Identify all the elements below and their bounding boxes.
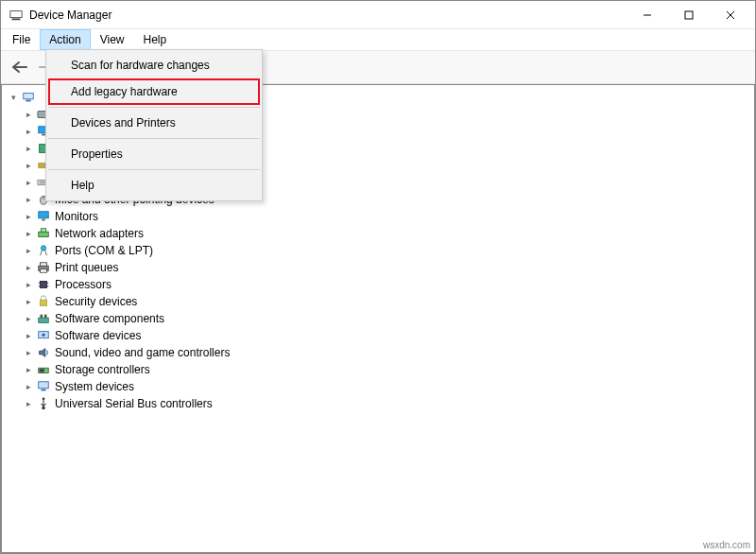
tree-node[interactable]: ▸Sound, video and game controllers [4, 344, 752, 361]
sound-icon [36, 345, 51, 360]
svg-point-44 [43, 397, 45, 400]
svg-rect-7 [26, 100, 30, 102]
svg-point-38 [42, 333, 45, 337]
chevron-right-icon: ▸ [23, 194, 34, 205]
tree-node[interactable]: ▸Ports (COM & LPT) [4, 242, 752, 259]
menubar: File Action View Help [1, 29, 755, 50]
svg-rect-20 [39, 212, 49, 218]
chevron-right-icon: ▸ [23, 211, 34, 222]
tree-node-label: Software devices [55, 329, 141, 342]
chevron-right-icon: ▸ [23, 296, 34, 307]
menu-help-item[interactable]: Help [48, 172, 260, 199]
chevron-right-icon: ▸ [23, 381, 34, 392]
security-icon [36, 294, 51, 309]
monitor-icon [36, 209, 51, 224]
chevron-right-icon: ▸ [23, 143, 34, 154]
chevron-right-icon: ▸ [23, 364, 34, 375]
svg-rect-6 [24, 94, 34, 99]
tree-node-label: Security devices [55, 295, 137, 308]
component-icon [36, 311, 51, 326]
svg-rect-1 [12, 18, 21, 20]
tree-node-label: Processors [55, 278, 112, 291]
tree-node-label: Ports (COM & LPT) [55, 244, 153, 257]
tree-node[interactable]: ▸Network adapters [4, 225, 752, 242]
menu-devices-printers[interactable]: Devices and Printers [48, 110, 260, 136]
tree-node-label: Monitors [55, 210, 98, 223]
system-icon [36, 379, 51, 394]
usb-icon [36, 396, 51, 411]
menu-scan-hardware[interactable]: Scan for hardware changes [48, 52, 260, 78]
computer-icon [21, 90, 36, 105]
svg-rect-22 [39, 232, 49, 236]
tree-node[interactable]: ▸Storage controllers [4, 361, 752, 378]
menu-view[interactable]: View [91, 29, 134, 50]
chevron-right-icon: ▸ [23, 177, 34, 188]
app-icon [9, 8, 24, 23]
svg-rect-26 [41, 263, 47, 267]
svg-rect-42 [41, 390, 45, 391]
tree-node[interactable]: ▸Software devices [4, 327, 752, 344]
chevron-right-icon: ▸ [23, 398, 34, 409]
tree-node[interactable]: ▸Software components [4, 310, 752, 327]
tree-node[interactable]: ▸Monitors [4, 208, 752, 225]
chevron-right-icon: ▸ [23, 228, 34, 239]
menu-separator [48, 169, 260, 170]
tree-node[interactable]: ▸Print queues [4, 259, 752, 276]
action-dropdown: Scan for hardware changes Add legacy har… [45, 49, 263, 201]
chevron-right-icon: ▸ [23, 109, 34, 120]
maximize-button[interactable] [668, 2, 710, 28]
tree-node-label: Network adapters [55, 227, 144, 240]
menu-separator [48, 107, 260, 108]
chevron-down-icon: ▾ [8, 92, 19, 103]
cpu-icon [36, 277, 51, 292]
back-button[interactable] [7, 54, 33, 80]
storage-icon [36, 362, 51, 377]
svg-rect-3 [685, 11, 693, 19]
svg-rect-27 [41, 269, 47, 273]
chevron-right-icon: ▸ [23, 262, 34, 273]
chevron-right-icon: ▸ [23, 313, 34, 324]
svg-point-24 [41, 246, 45, 251]
svg-rect-34 [39, 318, 49, 322]
svg-rect-21 [42, 219, 45, 221]
minimize-button[interactable] [627, 2, 668, 28]
svg-rect-41 [39, 382, 49, 389]
svg-rect-33 [41, 300, 47, 305]
port-icon [36, 243, 51, 258]
swdevice-icon [36, 328, 51, 343]
printer-icon [36, 260, 51, 275]
network-icon [36, 226, 51, 241]
tree-node-label: Software components [55, 312, 164, 325]
tree-node[interactable]: ▸System devices [4, 378, 752, 395]
tree-node[interactable]: ▸Universal Serial Bus controllers [4, 395, 752, 412]
chevron-right-icon: ▸ [23, 245, 34, 256]
svg-rect-23 [41, 229, 45, 233]
chevron-right-icon: ▸ [23, 126, 34, 137]
svg-rect-28 [41, 282, 47, 288]
tree-node[interactable]: ▸Processors [4, 276, 752, 293]
menu-properties[interactable]: Properties [48, 141, 260, 167]
tree-node-label: Universal Serial Bus controllers [55, 397, 213, 410]
menu-add-legacy-hardware[interactable]: Add legacy hardware [48, 78, 260, 105]
menu-file[interactable]: File [3, 29, 40, 50]
svg-rect-0 [10, 10, 22, 17]
chevron-right-icon: ▸ [23, 279, 34, 290]
tree-node[interactable]: ▸Security devices [4, 293, 752, 310]
titlebar: Device Manager [1, 1, 755, 29]
svg-rect-36 [44, 315, 47, 319]
menu-action[interactable]: Action [40, 29, 90, 50]
watermark: wsxdn.com [703, 540, 750, 550]
tree-node-label: Sound, video and game controllers [55, 346, 230, 359]
menu-help[interactable]: Help [134, 29, 177, 50]
window-title: Device Manager [29, 9, 627, 22]
close-button[interactable] [710, 2, 751, 28]
chevron-right-icon: ▸ [23, 330, 34, 341]
svg-rect-35 [41, 315, 43, 319]
svg-point-43 [42, 407, 45, 410]
tree-node-label: Print queues [55, 261, 118, 274]
window-controls [627, 2, 751, 28]
svg-rect-40 [40, 369, 44, 372]
tree-node-label: System devices [55, 380, 134, 393]
chevron-right-icon: ▸ [23, 347, 34, 358]
tree-node-label: Storage controllers [55, 363, 150, 376]
